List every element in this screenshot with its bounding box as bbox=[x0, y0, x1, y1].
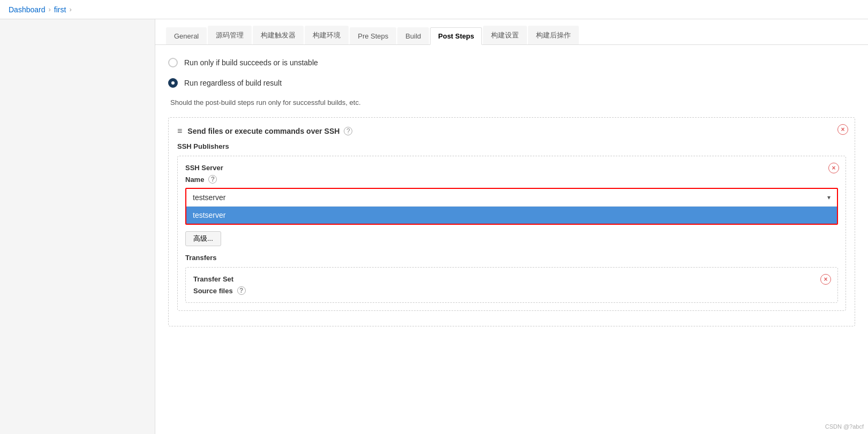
ssh-server-label: SSH Server bbox=[185, 164, 838, 172]
tab-build[interactable]: Build bbox=[397, 27, 429, 44]
radio-circle-2[interactable] bbox=[168, 78, 178, 88]
dropdown-option-testserver[interactable]: testserver bbox=[186, 207, 837, 224]
content-area: Run only if build succeeds or is unstabl… bbox=[155, 45, 868, 348]
name-label: Name bbox=[185, 176, 204, 184]
dropdown-arrow-icon: ▾ bbox=[827, 194, 831, 201]
source-files-row: Source files ? bbox=[193, 286, 830, 295]
tab-post-steps[interactable]: Post Steps bbox=[430, 27, 482, 45]
name-help-icon[interactable]: ? bbox=[208, 175, 217, 184]
ssh-server-box: × SSH Server Name ? testserver ▾ testser bbox=[177, 156, 846, 311]
dropdown-overlay: testserver ▾ testserver bbox=[185, 188, 838, 225]
tabs-bar: General 源码管理 构建触发器 构建环境 Pre Steps Build … bbox=[155, 19, 868, 45]
dropdown-selected-text: testserver bbox=[193, 193, 225, 202]
ssh-publishers-label: SSH Publishers bbox=[177, 142, 846, 150]
tab-build-env[interactable]: 构建环境 bbox=[305, 26, 349, 44]
ssh-section-header: ≡ Send files or execute commands over SS… bbox=[177, 126, 846, 136]
breadcrumb-sep-1: › bbox=[49, 5, 51, 13]
dropdown-options: testserver bbox=[186, 207, 837, 224]
description-text: Should the post-build steps run only for… bbox=[168, 98, 855, 106]
source-files-label: Source files bbox=[193, 287, 233, 295]
tab-build-trigger[interactable]: 构建触发器 bbox=[253, 26, 304, 44]
watermark: CSDN @?abcf bbox=[825, 423, 864, 430]
tab-pre-steps[interactable]: Pre Steps bbox=[350, 27, 396, 44]
breadcrumb: Dashboard › first › bbox=[0, 0, 868, 19]
transfer-set-label: Transfer Set bbox=[193, 275, 830, 283]
breadcrumb-first[interactable]: first bbox=[54, 5, 66, 14]
tab-build-settings[interactable]: 构建设置 bbox=[483, 26, 527, 44]
transfer-set-close-btn[interactable]: × bbox=[820, 274, 831, 285]
name-row: Name ? bbox=[185, 175, 838, 184]
breadcrumb-dashboard[interactable]: Dashboard bbox=[9, 5, 46, 14]
main-content: General 源码管理 构建触发器 构建环境 Pre Steps Build … bbox=[155, 19, 868, 434]
transfers-label: Transfers bbox=[185, 254, 838, 262]
ssh-section: ≡ Send files or execute commands over SS… bbox=[168, 117, 855, 326]
ssh-help-icon[interactable]: ? bbox=[344, 127, 352, 135]
ssh-server-close-btn[interactable]: × bbox=[828, 163, 839, 173]
radio-circle-1[interactable] bbox=[168, 58, 178, 67]
tab-post-build[interactable]: 构建后操作 bbox=[528, 26, 579, 44]
breadcrumb-sep-2: › bbox=[69, 5, 71, 13]
advanced-button[interactable]: 高级... bbox=[185, 231, 221, 246]
radio-label-1: Run only if build succeeds or is unstabl… bbox=[184, 58, 318, 67]
tab-general[interactable]: General bbox=[166, 27, 207, 44]
sidebar bbox=[0, 19, 155, 434]
drag-handle-icon: ≡ bbox=[177, 126, 182, 136]
radio-label-2: Run regardless of build result bbox=[184, 79, 282, 87]
ssh-section-close-btn[interactable]: × bbox=[837, 124, 848, 135]
dropdown-select-row[interactable]: testserver ▾ bbox=[186, 189, 837, 207]
transfer-set-box: × Transfer Set Source files ? bbox=[185, 267, 838, 303]
radio-option-2[interactable]: Run regardless of build result bbox=[168, 78, 855, 88]
tab-source-mgmt[interactable]: 源码管理 bbox=[208, 26, 252, 44]
source-files-help-icon[interactable]: ? bbox=[237, 286, 246, 295]
ssh-section-title: Send files or execute commands over SSH bbox=[187, 127, 339, 135]
radio-option-1[interactable]: Run only if build succeeds or is unstabl… bbox=[168, 58, 855, 67]
